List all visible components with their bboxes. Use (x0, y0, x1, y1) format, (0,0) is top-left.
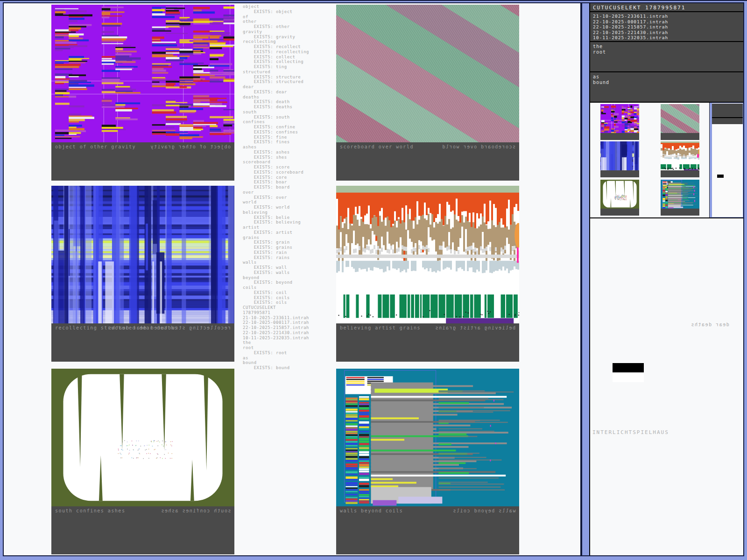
word-list-line: other (243, 19, 336, 24)
word-list-line: EXISTS: walls (243, 270, 336, 275)
word-list-line: EXISTS: shes (243, 155, 336, 160)
thumbnail-caption-bar (661, 209, 699, 216)
black-swatch (613, 363, 644, 372)
panel-caption-bar: object of other gravity object of other … (51, 142, 234, 181)
word-list-line: EXISTS: death (243, 99, 336, 105)
word-list-line: EXISTS: other (243, 24, 336, 29)
panel-caption-text-mirrored: believing artist grains (435, 325, 515, 330)
word-list-line: CUTUCUSELEKT (243, 305, 336, 310)
panel-artwork (51, 369, 234, 506)
panel-caption-bar: south confines ashes south confines ashe… (51, 506, 234, 554)
panel-scoreboard-over-world[interactable]: scoreboard over world scoreboard over wo… (336, 5, 519, 181)
file-item[interactable]: 21-10-2025-233611.intrah (593, 14, 740, 19)
panel-artwork (336, 369, 519, 506)
word-list-line: EXISTS: core (243, 175, 336, 180)
word-list: object EXISTS: objectofother EXISTS: oth… (243, 4, 336, 371)
word-list-line: 22-10-2025-000117.intrah (243, 320, 336, 325)
word-list-line: 22-10-2025-215857.intrah (243, 325, 336, 330)
panel-caption-bar: recollecting structured dear deaths reco… (51, 323, 234, 362)
subpanel-header-block (712, 104, 743, 118)
panel-caption-text: scoreboard over world (340, 144, 414, 149)
word-list-line: EXISTS: coils (243, 295, 336, 301)
word-list-line: 10-11-2025-232035.intrah (243, 336, 336, 341)
word-list-line: as (243, 356, 336, 361)
word-list-line: confines (243, 119, 336, 125)
word-list-line: EXISTS: artist (243, 230, 336, 235)
thumbnail-caption-bar (600, 209, 639, 216)
word-list-line: beyond (243, 275, 336, 280)
thumbnail-artwork (600, 104, 639, 133)
word-list-line: south (243, 110, 336, 115)
panel-caption-text: south confines ashes (55, 508, 125, 513)
sidebar-file-list: 21-10-2025-233611.intrah22-10-2025-00011… (590, 12, 743, 42)
panel-caption-text-mirrored: recollecting structured dear deaths (108, 325, 231, 330)
word-list-line: the (243, 340, 336, 345)
panel-believing-artist-grains[interactable]: believing artist grains believing artist… (336, 186, 519, 362)
word-list-line: over (243, 190, 336, 195)
word-list-line: EXISTS: belie (243, 215, 336, 220)
word-list-line: EXISTS: structure (243, 75, 336, 80)
white-swatch (613, 372, 644, 382)
word-list-line: dear (243, 84, 336, 90)
thumbnail-artwork (661, 180, 699, 209)
thumbnail-artwork (600, 141, 639, 170)
word-list-line: EXISTS: collecting (243, 59, 336, 64)
thumbnails-grid (590, 103, 709, 217)
panel-south-confines-ashes[interactable]: south confines ashes south confines ashe… (51, 369, 234, 554)
panel-artwork (336, 5, 519, 142)
minimized-window-handle[interactable] (717, 175, 724, 178)
word-list-line: EXISTS: collect (243, 55, 336, 60)
word-list-line: gravity (243, 29, 336, 35)
thumbnail-caption-bar (600, 133, 639, 140)
word-list-line: deaths (243, 95, 336, 100)
panel-caption-bar: walls beyond coils walls beyond coils (336, 506, 519, 554)
thumbnail-caption-bar (600, 170, 639, 177)
word-list-line: root (243, 345, 336, 350)
word-list-line: EXISTS: grain (243, 240, 336, 245)
panel-artwork (336, 186, 519, 323)
thumbnail-caption-bar (661, 170, 699, 177)
panel-object-of-other-gravity[interactable]: object of other gravity object of other … (51, 5, 234, 181)
thumbnail-object-of-other-gravity[interactable] (600, 104, 639, 140)
word-list-line: 22-10-2025-221430.intrah (243, 330, 336, 336)
panel-walls-beyond-coils[interactable]: walls beyond coils walls beyond coils (336, 369, 519, 554)
word-list-line: EXISTS: scoreboard (243, 170, 336, 175)
word-list-line: EXISTS: root (243, 350, 336, 356)
panel-caption-text-mirrored: walls beyond coils (452, 508, 515, 513)
sidebar-lower-area: dear deaths INTERLICHTSPIELHAUS (590, 218, 743, 555)
word-list-line: object (243, 4, 336, 9)
word-list-line: EXISTS: wall (243, 265, 336, 270)
sidebar-group-as-bound: as bound (590, 72, 743, 103)
thumbnail-caption-bar (661, 133, 699, 140)
thumbnail-south-confines-ashes[interactable] (600, 180, 639, 216)
sidebar-group-the-root: the root (590, 42, 743, 72)
panel-caption-text-mirrored: object of other gravity (150, 144, 231, 149)
file-item[interactable]: 22-10-2025-215857.intrah (593, 24, 740, 30)
word-list-line: EXISTS: dear (243, 90, 336, 95)
thumbnail-recollecting-structured-dear-deaths[interactable] (600, 141, 639, 177)
word-list-line: EXISTS: ting (243, 64, 336, 70)
file-item[interactable]: 22-10-2025-221430.intrah (593, 30, 740, 35)
word-list-line: EXISTS: rain (243, 250, 336, 255)
thumbnail-walls-beyond-coils[interactable] (661, 180, 699, 216)
word-list-line: EXISTS: south (243, 115, 336, 120)
file-item[interactable]: 10-11-2025-232035.intrah (593, 35, 740, 41)
thumbnail-believing-artist-grains[interactable] (661, 141, 699, 177)
word-list-line: EXISTS: coil (243, 290, 336, 295)
thumbnail-scoreboard-over-world[interactable] (661, 104, 699, 140)
file-item[interactable]: 22-10-2025-000117.intrah (593, 19, 740, 25)
word-list-line: EXISTS: world (243, 205, 336, 210)
word-list-line: EXISTS: gravity (243, 35, 336, 40)
word-list-line: artist (243, 225, 336, 230)
panel-recollecting-structured-dear-deaths[interactable]: recollecting structured dear deaths reco… (51, 186, 234, 362)
word-list-line: EXISTS: oils (243, 300, 336, 305)
panel-artwork (51, 5, 234, 142)
word-list-line: EXISTS: over (243, 195, 336, 200)
word-list-line: recollecting (243, 39, 336, 44)
app-footer-label: INTERLICHTSPIELHAUS (592, 429, 669, 435)
panel-caption-text-mirrored: scoreboard over world (442, 144, 515, 149)
subpanel-subheader-block (712, 118, 743, 124)
panel-caption-bar: believing artist grains believing artist… (336, 323, 519, 362)
thumbnail-artwork (661, 104, 699, 133)
word-list-line: EXISTS: boar (243, 180, 336, 185)
